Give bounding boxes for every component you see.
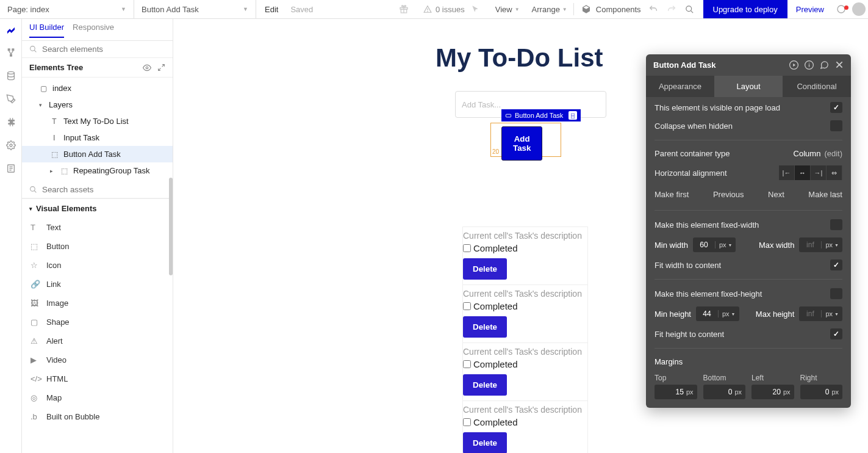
expand-icon[interactable] <box>157 63 165 72</box>
completed-checkbox[interactable]: Completed <box>463 358 587 371</box>
canvas[interactable]: My To-Do List Add Task... Button Add Tas… <box>173 19 868 453</box>
element-button[interactable]: ⬚Button <box>22 237 173 256</box>
tree-item-text[interactable]: TText My To-Do List <box>22 113 173 129</box>
fixedw-checkbox[interactable] <box>830 219 842 230</box>
make-last-button[interactable]: Make last <box>808 190 842 199</box>
previous-button[interactable]: Previous <box>713 190 744 199</box>
avatar[interactable] <box>852 2 866 16</box>
search-assets[interactable] <box>22 181 173 198</box>
logs-tab-icon[interactable] <box>5 163 16 174</box>
make-first-button[interactable]: Make first <box>655 190 689 199</box>
arrange-menu[interactable]: Arrange▼ <box>526 5 573 14</box>
align-left-button[interactable]: |← <box>779 165 795 180</box>
search-input[interactable] <box>42 45 165 54</box>
element-image[interactable]: 🖼Image <box>22 294 173 313</box>
settings-tab-icon[interactable] <box>5 140 16 151</box>
tab-responsive[interactable]: Responsive <box>73 23 114 37</box>
element-link[interactable]: 🔗Link <box>22 275 173 294</box>
search-assets-input[interactable] <box>42 185 165 194</box>
close-icon[interactable] <box>835 60 844 70</box>
unit-dropdown[interactable]: px▼ <box>715 241 736 248</box>
minh-input[interactable] <box>696 310 718 318</box>
gift-icon[interactable] <box>399 4 417 14</box>
redo-icon[interactable] <box>667 4 685 14</box>
parent-edit-link[interactable]: (edit) <box>824 149 842 158</box>
issues-indicator[interactable]: 0 issues <box>417 5 471 14</box>
tree-item-layers[interactable]: ▾Layers <box>22 96 173 113</box>
hierarchy-icon[interactable]: ⌸ <box>569 111 577 120</box>
fitw-checkbox[interactable] <box>830 259 842 270</box>
undo-icon[interactable] <box>648 4 667 14</box>
notifications-icon[interactable] <box>833 4 850 14</box>
next-button[interactable]: Next <box>768 190 784 199</box>
minw-input[interactable] <box>693 241 715 249</box>
element-video[interactable]: ▶Video <box>22 350 173 369</box>
delete-button[interactable]: Delete <box>463 374 507 396</box>
unit-dropdown[interactable]: px▼ <box>821 310 842 317</box>
align-right-button[interactable]: →| <box>811 165 827 180</box>
workflow-tab-icon[interactable] <box>5 47 16 58</box>
plugins-tab-icon[interactable] <box>5 117 16 128</box>
page-title[interactable]: My To-Do List <box>436 43 606 73</box>
element-shape[interactable]: ▢Shape <box>22 313 173 332</box>
add-task-button[interactable]: Add Task <box>501 126 542 161</box>
cursor-icon[interactable] <box>471 5 489 13</box>
table-row[interactable]: Current cell's Task's description Comple… <box>463 343 587 401</box>
search-elements[interactable] <box>22 41 173 58</box>
unit-dropdown[interactable]: px▼ <box>821 241 842 248</box>
styles-tab-icon[interactable] <box>5 93 16 104</box>
fith-checkbox[interactable] <box>830 328 842 339</box>
element-icon[interactable]: ☆Icon <box>22 256 173 275</box>
view-menu[interactable]: View▼ <box>489 5 526 14</box>
preview-link[interactable]: Preview <box>787 5 833 14</box>
collapse-checkbox[interactable] <box>830 120 842 131</box>
element-html[interactable]: </>HTML <box>22 369 173 388</box>
tab-ui-builder[interactable]: UI Builder <box>29 23 64 38</box>
eye-icon[interactable] <box>143 63 151 72</box>
tab-conditional[interactable]: Conditional <box>783 76 851 97</box>
maxh-input[interactable] <box>799 310 821 318</box>
scrollbar[interactable] <box>169 178 173 275</box>
tree-item-repeatinggroup[interactable]: ▸⬚RepeatingGroup Task <box>22 162 173 179</box>
element-map[interactable]: ◎Map <box>22 388 173 407</box>
tree-item-button[interactable]: ⬚Button Add Task <box>22 146 173 162</box>
align-center-button[interactable]: ↔ <box>795 165 811 180</box>
delete-button[interactable]: Delete <box>463 432 507 453</box>
element-builton[interactable]: .bBuilt on Bubble <box>22 407 173 426</box>
data-tab-icon[interactable] <box>5 70 16 81</box>
margin-left-input[interactable] <box>764 388 781 396</box>
search-icon[interactable] <box>685 5 703 14</box>
unit-dropdown[interactable]: px▼ <box>718 310 739 317</box>
repeating-group[interactable]: Current cell's Task's description Comple… <box>462 227 588 453</box>
edit-label[interactable]: Edit <box>256 5 287 14</box>
element-dropdown[interactable]: Button Add Task ▼ <box>134 0 256 18</box>
margin-bottom-input[interactable] <box>715 388 732 396</box>
design-tab-icon[interactable] <box>5 24 16 35</box>
element-alert[interactable]: ⚠Alert <box>22 332 173 350</box>
completed-checkbox[interactable]: Completed <box>463 242 587 255</box>
selection-label[interactable]: Button Add Task ⌸ <box>501 109 581 121</box>
property-header[interactable]: Button Add Task <box>646 54 851 76</box>
completed-checkbox[interactable]: Completed <box>463 416 587 429</box>
fixedh-checkbox[interactable] <box>830 288 842 299</box>
element-text[interactable]: TText <box>22 218 173 237</box>
play-icon[interactable] <box>789 60 798 70</box>
comment-icon[interactable] <box>820 60 829 70</box>
table-row[interactable]: Current cell's Task's description Comple… <box>463 401 587 453</box>
visible-checkbox[interactable] <box>830 102 842 113</box>
tab-layout[interactable]: Layout <box>714 76 783 97</box>
margin-right-input[interactable] <box>812 388 829 396</box>
visual-elements-header[interactable]: ▾ Visual Elements <box>22 198 173 218</box>
tree-item-input[interactable]: ⅠInput Task <box>22 129 173 146</box>
completed-checkbox[interactable]: Completed <box>463 300 587 313</box>
table-row[interactable]: Current cell's Task's description Comple… <box>463 227 587 285</box>
info-icon[interactable] <box>805 60 814 70</box>
align-stretch-button[interactable]: ⇔ <box>827 165 842 180</box>
table-row[interactable]: Current cell's Task's description Comple… <box>463 285 587 343</box>
maxw-input[interactable] <box>799 241 821 249</box>
tree-item-index[interactable]: ▢index <box>22 80 173 96</box>
delete-button[interactable]: Delete <box>463 258 507 280</box>
tab-appearance[interactable]: Appearance <box>646 76 714 97</box>
page-dropdown[interactable]: Page: index ▼ <box>0 0 134 18</box>
components-button[interactable]: Components <box>574 4 648 14</box>
